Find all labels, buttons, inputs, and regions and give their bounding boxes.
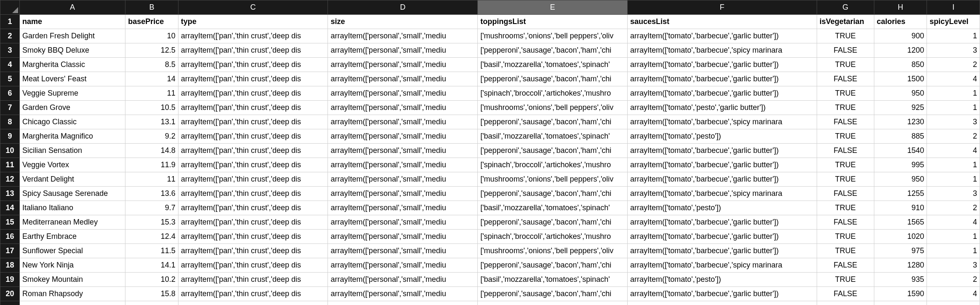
cell[interactable]: 1255 (874, 187, 927, 201)
cell[interactable]: 9.2 (125, 129, 178, 144)
cell[interactable]: TRUE (817, 230, 874, 244)
cell[interactable]: arrayItem(['tomato','pesto']) (627, 201, 817, 215)
cell[interactable]: TRUE (817, 301, 874, 305)
cell[interactable]: arrayItem(['tomato','barbecue','garlic b… (627, 287, 817, 301)
cell[interactable]: 1 (927, 301, 980, 305)
cell[interactable]: ['pepperoni','sausage','bacon','ham','ch… (478, 144, 628, 158)
cell[interactable]: arrayItem(['pan','thin crust','deep dis (178, 86, 328, 101)
cell[interactable]: arrayItem(['pan','thin crust','deep dis (178, 301, 328, 305)
cell[interactable]: 995 (874, 158, 927, 172)
cell[interactable]: TRUE (817, 158, 874, 172)
cell[interactable]: Verdant Delight (20, 172, 125, 187)
cell[interactable]: 1 (927, 158, 980, 172)
row-header-14[interactable]: 14 (0, 201, 20, 215)
select-all-corner[interactable] (0, 0, 20, 15)
cell[interactable]: arrayItem(['personal','small','mediu (328, 258, 478, 273)
cell[interactable]: ['pepperoni','sausage','bacon','ham','ch… (478, 43, 628, 58)
cell[interactable]: Earthy Embrace (20, 230, 125, 244)
cell[interactable]: arrayItem(['pan','thin crust','deep dis (178, 58, 328, 72)
cell[interactable]: arrayItem(['pan','thin crust','deep dis (178, 201, 328, 215)
cell[interactable]: arrayItem(['tomato','barbecue','garlic b… (627, 72, 817, 86)
cell[interactable]: arrayItem(['personal','small','mediu (328, 43, 478, 58)
cell[interactable]: ['basil','mozzarella','tomatoes','spinac… (478, 58, 628, 72)
cell[interactable]: Veggie Supreme (20, 86, 125, 101)
cell[interactable]: ['spinach','broccoli','artichokes','mush… (478, 86, 628, 101)
cell[interactable]: arrayItem(['pan','thin crust','deep dis (178, 244, 328, 258)
row-header-10[interactable]: 10 (0, 144, 20, 158)
cell[interactable]: TRUE (817, 244, 874, 258)
header-cell[interactable]: size (328, 15, 478, 29)
column-header-F[interactable]: F (627, 0, 817, 15)
column-header-E[interactable]: E (478, 0, 628, 15)
cell[interactable]: 1280 (874, 258, 927, 273)
cell[interactable]: Roman Rhapsody (20, 287, 125, 301)
cell[interactable]: TRUE (817, 101, 874, 115)
cell[interactable]: 975 (874, 244, 927, 258)
cell[interactable]: 13.6 (125, 187, 178, 201)
cell[interactable]: 2 (927, 273, 980, 287)
cell[interactable]: TRUE (817, 172, 874, 187)
cell[interactable]: arrayItem(['personal','small','mediu (328, 301, 478, 305)
cell[interactable]: arrayItem(['tomato','barbecue','garlic b… (627, 29, 817, 43)
cell[interactable]: 14.8 (125, 144, 178, 158)
cell[interactable]: arrayItem(['tomato','barbecue','garlic b… (627, 244, 817, 258)
cell[interactable]: arrayItem(['tomato','pesto','garlic butt… (627, 101, 817, 115)
cell[interactable]: arrayItem(['personal','small','mediu (328, 172, 478, 187)
cell[interactable]: 1230 (874, 115, 927, 129)
cell[interactable]: arrayItem(['tomato','barbecue','garlic b… (627, 58, 817, 72)
cell[interactable]: ['spinach','broccoli','artichokes','mush… (478, 158, 628, 172)
cell[interactable]: 3 (927, 43, 980, 58)
row-header-21[interactable]: 21 (0, 301, 20, 305)
cell[interactable]: arrayItem(['pan','thin crust','deep dis (178, 115, 328, 129)
cell[interactable]: Mediterranean Medley (20, 215, 125, 230)
cell[interactable]: Garden Fresh Delight (20, 29, 125, 43)
cell[interactable]: TRUE (817, 273, 874, 287)
cell[interactable]: 950 (874, 172, 927, 187)
cell[interactable]: Margherita Classic (20, 58, 125, 72)
row-header-3[interactable]: 3 (0, 43, 20, 58)
column-header-G[interactable]: G (817, 0, 874, 15)
cell[interactable]: arrayItem(['pan','thin crust','deep dis (178, 43, 328, 58)
cell[interactable]: 12.9 (125, 301, 178, 305)
cell[interactable]: arrayItem(['pan','thin crust','deep dis (178, 129, 328, 144)
cell[interactable]: ['pepperoni','sausage','bacon','ham','ch… (478, 215, 628, 230)
cell[interactable]: Meat Lovers' Feast (20, 72, 125, 86)
cell[interactable]: arrayItem(['personal','small','mediu (328, 29, 478, 43)
cell[interactable]: arrayItem(['personal','small','mediu (328, 58, 478, 72)
cell[interactable]: FALSE (817, 215, 874, 230)
cell[interactable]: 1 (927, 86, 980, 101)
column-header-B[interactable]: B (125, 0, 178, 15)
cell[interactable]: TRUE (817, 29, 874, 43)
cell[interactable]: 10.2 (125, 273, 178, 287)
cell[interactable]: arrayItem(['personal','small','mediu (328, 287, 478, 301)
row-header-15[interactable]: 15 (0, 215, 20, 230)
cell[interactable]: arrayItem(['pan','thin crust','deep dis (178, 287, 328, 301)
cell[interactable]: arrayItem(['personal','small','mediu (328, 215, 478, 230)
cell[interactable]: 12.5 (125, 43, 178, 58)
cell[interactable]: 4 (927, 72, 980, 86)
cell[interactable]: ['mushrooms','onions','bell peppers','ol… (478, 101, 628, 115)
cell[interactable]: 1 (927, 101, 980, 115)
cell[interactable]: 9.7 (125, 201, 178, 215)
row-header-4[interactable]: 4 (0, 58, 20, 72)
cell[interactable]: 11.9 (125, 158, 178, 172)
cell[interactable]: 11 (125, 172, 178, 187)
cell[interactable]: arrayItem(['tomato','barbecue','spicy ma… (627, 115, 817, 129)
cell[interactable]: 1565 (874, 215, 927, 230)
cell[interactable]: arrayItem(['tomato','barbecue','garlic b… (627, 86, 817, 101)
cell[interactable]: 3 (927, 187, 980, 201)
cell[interactable]: ['basil','mozzarella','tomatoes','spinac… (478, 201, 628, 215)
cell[interactable]: arrayItem(['pan','thin crust','deep dis (178, 72, 328, 86)
cell[interactable]: ['mushrooms','onions','bell peppers','ol… (478, 172, 628, 187)
cell[interactable]: ['basil','mozzarella','tomatoes','spinac… (478, 273, 628, 287)
cell[interactable]: TRUE (817, 86, 874, 101)
cell[interactable]: arrayItem(['personal','small','mediu (328, 144, 478, 158)
cell[interactable]: 900 (874, 29, 927, 43)
cell[interactable]: arrayItem(['pan','thin crust','deep dis (178, 101, 328, 115)
cell[interactable]: ['pepperoni','sausage','bacon','ham','ch… (478, 72, 628, 86)
cell[interactable]: arrayItem(['personal','small','mediu (328, 72, 478, 86)
cell[interactable]: 4 (927, 144, 980, 158)
cell[interactable]: arrayItem(['personal','small','mediu (328, 86, 478, 101)
cell[interactable]: 11.5 (125, 244, 178, 258)
cell[interactable]: 885 (874, 129, 927, 144)
